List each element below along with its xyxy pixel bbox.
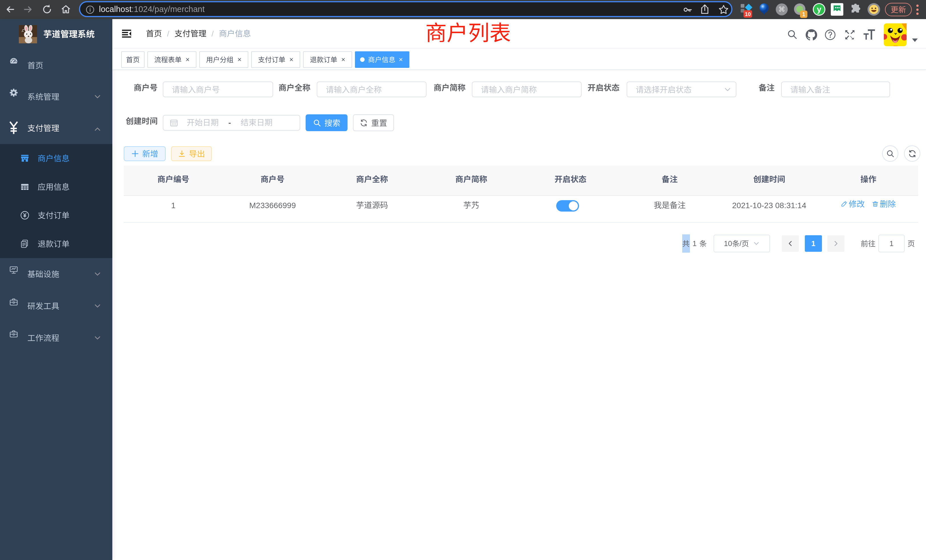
svg-text:1: 1 <box>802 11 805 17</box>
svg-text:10: 10 <box>745 11 750 17</box>
svg-text:⌘: ⌘ <box>778 5 785 13</box>
svg-text:y: y <box>817 5 822 14</box>
